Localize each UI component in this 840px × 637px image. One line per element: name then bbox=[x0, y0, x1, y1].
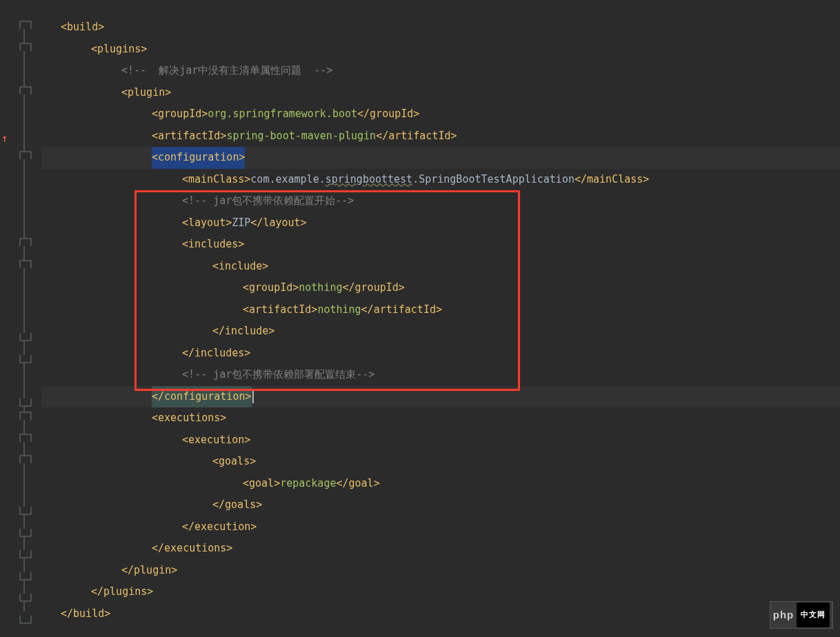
token-txt: ZIP bbox=[232, 212, 250, 234]
fold-toggle-icon[interactable] bbox=[19, 86, 32, 94]
token-tag: <groupId> bbox=[243, 277, 299, 299]
fold-toggle-icon[interactable] bbox=[19, 21, 32, 29]
code-line[interactable]: <goal>repackage</goal> bbox=[41, 473, 840, 495]
editor-viewport: ↑ <build><plugins><!-- 解决jar中没有主清单属性问题 -… bbox=[0, 0, 840, 637]
code-line[interactable]: </goals> bbox=[41, 494, 840, 516]
code-line[interactable]: <mainClass>com.example.springboottest.Sp… bbox=[41, 169, 840, 191]
token-val: nothing bbox=[317, 299, 361, 321]
fold-toggle-icon[interactable] bbox=[19, 355, 32, 363]
code-line[interactable]: </configuration> bbox=[41, 386, 840, 408]
token-tag: </goals> bbox=[212, 494, 262, 516]
code-line[interactable]: <configuration> bbox=[41, 147, 840, 169]
code-line[interactable]: <!-- 解决jar中没有主清单属性问题 --> bbox=[41, 60, 840, 82]
token-val: org.springframework.boot bbox=[208, 103, 357, 125]
watermark-badge: php 中文网 bbox=[770, 601, 833, 629]
token-tag: <executions> bbox=[152, 407, 226, 429]
token-sel: <configuration> bbox=[152, 147, 245, 169]
code-line[interactable]: </build> bbox=[41, 603, 840, 625]
token-tag: </plugins> bbox=[91, 581, 153, 603]
code-line[interactable]: <artifactId>nothing</artifactId> bbox=[41, 299, 840, 321]
token-tag: </mainClass> bbox=[574, 169, 649, 191]
code-line[interactable]: <execution> bbox=[41, 429, 840, 452]
watermark-left: php bbox=[773, 604, 794, 626]
token-tag: <layout> bbox=[182, 212, 232, 234]
watermark-right: 中文网 bbox=[797, 603, 830, 627]
fold-toggle-icon[interactable] bbox=[19, 43, 32, 51]
token-tag: </artifactId> bbox=[361, 299, 442, 321]
code-line[interactable]: <goals> bbox=[41, 451, 840, 473]
fold-toggle-icon[interactable] bbox=[19, 572, 32, 580]
fold-toggle-icon[interactable] bbox=[19, 594, 32, 602]
code-line[interactable]: </plugins> bbox=[41, 581, 840, 603]
fold-gutter bbox=[17, 0, 32, 637]
fold-toggle-icon[interactable] bbox=[19, 455, 32, 463]
token-val: repackage bbox=[280, 473, 336, 495]
token-tag: <goal> bbox=[243, 473, 280, 495]
token-tag: <include> bbox=[212, 256, 268, 278]
code-line[interactable]: </executions> bbox=[41, 538, 840, 560]
token-tag: </executions> bbox=[152, 538, 232, 560]
code-line[interactable]: <plugin> bbox=[41, 82, 840, 104]
code-line[interactable]: </include> bbox=[41, 321, 840, 343]
fold-toggle-icon[interactable] bbox=[19, 529, 32, 537]
token-val: nothing bbox=[299, 277, 342, 299]
token-cmt: <!-- 解决jar中没有主清单属性问题 --> bbox=[121, 60, 332, 82]
token-sel2: </configuration> bbox=[152, 386, 252, 408]
fold-toggle-icon[interactable] bbox=[19, 238, 32, 246]
code-line[interactable]: <artifactId>spring-boot-maven-plugin</ar… bbox=[41, 125, 840, 148]
vcs-up-arrow-icon: ↑ bbox=[1, 128, 8, 150]
token-tag: <plugins> bbox=[91, 39, 147, 61]
code-line[interactable]: <include> bbox=[41, 256, 840, 278]
token-txt: com.example. bbox=[250, 169, 325, 191]
token-tag: </include> bbox=[212, 321, 274, 343]
token-tag: </groupId> bbox=[343, 277, 405, 299]
text-caret bbox=[252, 390, 254, 403]
fold-toggle-icon[interactable] bbox=[19, 434, 32, 442]
token-tag: </includes> bbox=[182, 343, 250, 365]
code-line[interactable]: <executions> bbox=[41, 407, 840, 429]
code-line[interactable]: <groupId>org.springframework.boot</group… bbox=[41, 103, 840, 125]
token-tag: <execution> bbox=[182, 429, 250, 452]
code-line[interactable]: </execution> bbox=[41, 516, 840, 538]
code-line[interactable]: <plugins> bbox=[41, 39, 840, 61]
fold-toggle-icon[interactable] bbox=[19, 333, 32, 341]
token-tag: <mainClass> bbox=[182, 169, 250, 191]
token-tag: </layout> bbox=[250, 212, 306, 234]
token-tag: <groupId> bbox=[152, 103, 208, 125]
fold-toggle-icon[interactable] bbox=[19, 260, 32, 268]
code-line[interactable]: <groupId>nothing</groupId> bbox=[41, 277, 840, 299]
code-line[interactable]: </plugin> bbox=[41, 560, 840, 582]
token-cmt: <!-- jar包不携带依赖部署配置结束--> bbox=[182, 364, 374, 386]
token-cmt: <!-- jar包不携带依赖配置开始--> bbox=[182, 190, 354, 212]
fold-toggle-icon[interactable] bbox=[19, 398, 32, 407]
token-tag: <artifactId> bbox=[152, 125, 226, 148]
token-tag: </goal> bbox=[336, 473, 379, 495]
token-txt: .SpringBootTestApplication bbox=[412, 169, 574, 191]
token-tag: </execution> bbox=[182, 516, 257, 538]
token-tag: <build> bbox=[61, 17, 104, 39]
token-tag: </plugin> bbox=[121, 560, 177, 582]
code-line[interactable]: <!-- jar包不携带依赖部署配置结束--> bbox=[41, 364, 840, 386]
token-tag: <goals> bbox=[212, 451, 256, 473]
fold-toggle-icon[interactable] bbox=[19, 550, 32, 558]
code-line[interactable]: <!-- jar包不携带依赖配置开始--> bbox=[41, 190, 840, 212]
token-txt: springboottest bbox=[326, 169, 412, 191]
token-tag: </groupId> bbox=[357, 103, 419, 125]
fold-toggle-icon[interactable] bbox=[19, 507, 32, 515]
fold-toggle-icon[interactable] bbox=[19, 151, 32, 159]
code-line[interactable]: </includes> bbox=[41, 343, 840, 365]
fold-toggle-icon[interactable] bbox=[19, 412, 32, 420]
code-area[interactable]: <build><plugins><!-- 解决jar中没有主清单属性问题 -->… bbox=[41, 17, 840, 625]
token-tag: </artifactId> bbox=[376, 125, 457, 148]
fold-toggle-icon[interactable] bbox=[19, 616, 32, 624]
token-tag: <artifactId> bbox=[243, 299, 317, 321]
token-val: spring-boot-maven-plugin bbox=[226, 125, 376, 148]
token-tag: <plugin> bbox=[121, 82, 171, 104]
token-tag: </build> bbox=[61, 603, 110, 625]
code-line[interactable]: <includes> bbox=[41, 234, 840, 256]
token-tag: <includes> bbox=[182, 234, 244, 256]
code-line[interactable]: <layout>ZIP</layout> bbox=[41, 212, 840, 234]
code-line[interactable]: <build> bbox=[41, 17, 840, 39]
